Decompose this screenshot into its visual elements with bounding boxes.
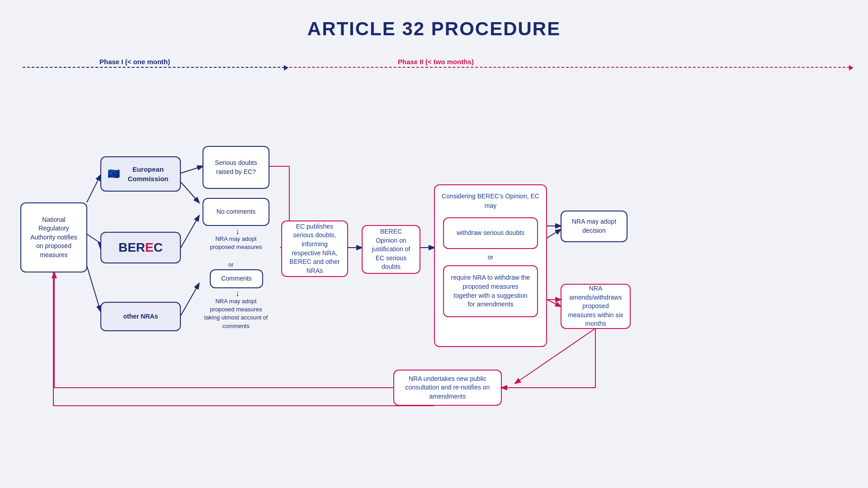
diagram-container: Phase I (< one month) Phase II (< two mo…	[0, 44, 868, 487]
withdraw-doubts-text: withdraw serious doubts	[457, 229, 524, 238]
comments-text: Comments	[221, 274, 252, 283]
ec-publishes-text: EC publishes serious doubts, informing r…	[288, 222, 341, 276]
nra-undertakes-text: NRA undertakes new public consultation a…	[401, 375, 495, 401]
no-comments-text: No comments	[217, 207, 255, 216]
withdraw-doubts-box: withdraw serious doubts	[443, 217, 538, 249]
phase2-label: Phase II (< two months)	[398, 58, 474, 66]
serious-doubts-box: Serious doubts raised by EC?	[203, 146, 269, 189]
phase1-arrow	[23, 67, 285, 68]
svg-line-0	[87, 175, 100, 202]
considering-berec-container: Considering BEREC's Opinion, EC may with…	[434, 184, 547, 347]
nra-adopt1-text: NRA may adopt proposed measures	[203, 235, 269, 251]
nra-amends-text: NRA amends/withdraws proposed measures w…	[568, 284, 623, 328]
svg-line-4	[181, 166, 203, 173]
ec-box: 🇪🇺 European Commission	[100, 156, 181, 192]
nra-adopt-decision-box: NRA may adopt decision	[561, 211, 627, 242]
nra-start-box: National Regulatory Authority notifies o…	[20, 202, 87, 272]
nra-adopt2-text: NRA may adopt proposed measures taking u…	[203, 297, 269, 330]
nra-start-text: National Regulatory Authority notifies o…	[28, 216, 80, 260]
berec-opinion-box: BEREC Opinion on justification of EC ser…	[362, 225, 420, 274]
berec-opinion-text: BEREC Opinion on justification of EC ser…	[369, 227, 413, 272]
berec-box: BEREC	[100, 232, 181, 263]
ec-text: European Commission	[123, 164, 174, 183]
nra-amends-box: NRA amends/withdraws proposed measures w…	[561, 284, 631, 329]
nra-adopt-decision-text: NRA may adopt decision	[568, 217, 620, 235]
serious-doubts-text: Serious doubts raised by EC?	[210, 159, 262, 176]
svg-line-6	[181, 216, 199, 248]
ec-publishes-box: EC publishes serious doubts, informing r…	[281, 221, 348, 277]
comments-box: Comments	[210, 269, 263, 288]
phase1-label: Phase I (< one month)	[99, 58, 170, 66]
page-title: ARTICLE 32 PROCEDURE	[0, 0, 868, 40]
no-comments-box: No comments	[203, 198, 269, 226]
ec-flag-icon: 🇪🇺	[108, 167, 120, 181]
or2-text: or	[488, 253, 493, 261]
considering-text: Considering BEREC's Opinion, EC may	[441, 192, 540, 211]
require-nra-box: require NRA to withdraw the proposed mea…	[443, 265, 538, 317]
arrow-down-2: ↓	[236, 289, 240, 298]
svg-line-1	[87, 234, 100, 243]
svg-line-5	[181, 182, 199, 202]
require-nra-text: require NRA to withdraw the proposed mea…	[450, 273, 531, 309]
nra-undertakes-box: NRA undertakes new public consultation a…	[393, 370, 502, 406]
svg-line-3	[87, 266, 100, 311]
phase2-arrow	[289, 67, 850, 68]
other-nras-text: other NRAs	[123, 312, 158, 321]
svg-line-7	[181, 284, 199, 315]
other-nras-box: other NRAs	[100, 302, 181, 331]
berec-logo: BEREC	[118, 239, 163, 256]
or1-text: or	[228, 261, 234, 268]
